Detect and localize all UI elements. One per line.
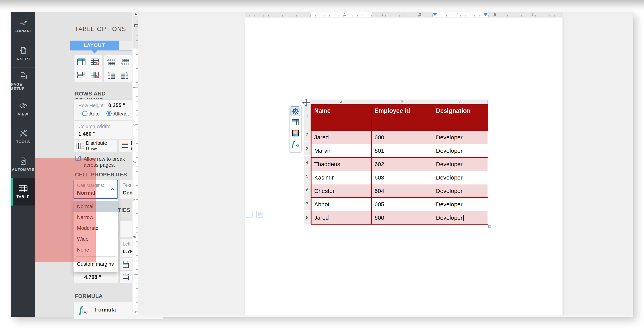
table-cell[interactable]: Thaddeus (311, 158, 372, 171)
table-cell[interactable]: Developer (433, 184, 488, 198)
row-number[interactable]: 8 (304, 211, 310, 225)
table-colors-button[interactable] (290, 128, 300, 138)
tab-layout[interactable]: LAYOUT (70, 41, 118, 50)
document-table[interactable]: Name Employee id Designation Jared 600 D… (311, 104, 488, 225)
table-width-value[interactable]: 4.708 " (84, 274, 101, 280)
sidebar-item-table[interactable]: TABLE (11, 178, 35, 206)
table-cell[interactable]: Developer (433, 171, 488, 184)
row-number[interactable]: 5 (304, 169, 310, 183)
icon-group-insert (104, 55, 132, 82)
formula-fx-icon: f(x) (79, 305, 88, 315)
table-cell[interactable]: Jared (311, 211, 372, 224)
table-settings-button[interactable] (290, 106, 300, 116)
indent-marker-right[interactable] (483, 13, 488, 16)
row-number[interactable]: 7 (304, 197, 310, 211)
table-cell[interactable]: 600 (372, 131, 433, 144)
table-cell[interactable]: Developer (433, 158, 488, 171)
sidebar-item-view[interactable]: VIEW (11, 95, 35, 123)
table-cell[interactable]: Developer (433, 211, 488, 224)
row-number[interactable]: 6 (304, 183, 310, 197)
table-cell[interactable]: Developer (433, 198, 488, 211)
fixed-width-icon: * (122, 274, 130, 281)
ruler-number: 6 (532, 12, 534, 17)
ruler-corner-box[interactable] (132, 12, 138, 17)
table-style-button[interactable] (290, 117, 300, 127)
dropdown-item-none[interactable]: None (74, 244, 118, 255)
column-width-value[interactable]: 1.460 " (78, 131, 96, 137)
sidebar-item-label: AUTOMATE (12, 167, 34, 172)
cell-margins-select[interactable]: Cell Margins: Normal (74, 180, 118, 199)
insert-table-icon[interactable] (74, 55, 88, 68)
table-cell[interactable]: 602 (372, 158, 433, 171)
dropdown-item-custom-margins[interactable]: Custom margins (74, 258, 118, 270)
row-height-value[interactable]: 0.355 " (108, 103, 126, 109)
table-cell[interactable]: 605 (372, 198, 433, 211)
table-cell[interactable]: Kasimir (311, 171, 372, 184)
table-cell[interactable]: Abbot (311, 198, 372, 211)
sidebar-item-page-setup[interactable]: PAGE SETUP (11, 67, 35, 95)
table-cell[interactable]: 603 (372, 171, 433, 184)
table-row: Kasimir 603 Developer (311, 171, 488, 184)
column-header-b[interactable]: B (371, 100, 433, 104)
insert-column-right-icon[interactable] (118, 68, 132, 82)
ruler-number: 4 (132, 199, 136, 201)
sidebar-item-label: FORMAT (14, 29, 32, 33)
insert-row-below-icon[interactable] (118, 55, 132, 68)
table-cell[interactable]: Developer (433, 131, 488, 144)
table-cell[interactable]: Chester (311, 184, 372, 198)
break-rows-label: Allow row to break across pages. (84, 156, 132, 168)
column-header-c[interactable]: C (433, 100, 488, 104)
cell-margins-dropdown: Normal Narrow Moderate Wide None Custom … (74, 199, 118, 272)
table-formula-button[interactable]: f(x) (290, 139, 300, 149)
distribute-rows-button[interactable]: Distribute Rows (74, 140, 118, 152)
table-cell[interactable]: Developer (433, 144, 488, 158)
dropdown-item-wide[interactable]: Wide (74, 233, 118, 244)
table-cell[interactable]: 604 (372, 184, 433, 198)
sidebar-item-automate[interactable]: AUTOMATE (11, 151, 35, 178)
floating-table-toolbar: f(x) (289, 105, 302, 153)
table-cell[interactable]: 600 (372, 211, 433, 224)
fx-icon: f(x) (292, 140, 299, 148)
table-header-cell[interactable]: Name (311, 104, 372, 131)
table-header-row: Name Employee id Designation (311, 104, 488, 131)
vertical-ruler[interactable]: 1 2 3 4 5 6 7 (132, 17, 138, 315)
horizontal-ruler[interactable]: 1 2 3 4 5 6 (138, 12, 633, 17)
horizontal-scrollbar[interactable] (132, 315, 633, 317)
table-resize-handle[interactable] (488, 225, 491, 228)
table-header-cell[interactable]: Designation (433, 104, 488, 131)
delete-table-icon[interactable] (88, 55, 102, 68)
indent-marker-left[interactable] (433, 13, 437, 16)
panel-title: TABLE OPTIONS (75, 26, 126, 33)
column-header-a[interactable]: A (311, 100, 372, 104)
ghost-text-icon[interactable] (256, 211, 263, 218)
ghost-insert-icon[interactable] (246, 211, 252, 218)
sidebar-item-insert[interactable]: INSERT (11, 40, 35, 68)
radio-auto[interactable] (82, 111, 88, 116)
sidebar-item-label: TABLE (16, 195, 30, 199)
table-cell[interactable]: 601 (372, 144, 433, 158)
radio-atleast[interactable] (106, 111, 112, 116)
row-number[interactable]: 3 (304, 142, 310, 156)
scrollbar-corner-segment[interactable] (615, 315, 633, 317)
table-cell[interactable]: Jared (311, 131, 372, 144)
sidebar-item-format[interactable]: FORMAT (11, 12, 35, 40)
delete-column-icon[interactable] (88, 68, 102, 82)
dropdown-item-narrow[interactable]: Narrow (74, 212, 118, 223)
top-shadow-band (0, 0, 644, 12)
ruler-ticks (136, 17, 138, 315)
sidebar-item-tools[interactable]: TOOLS (11, 123, 35, 151)
table-options-panel: TABLE OPTIONS LAYOUT DESIGN (35, 12, 132, 317)
insert-column-left-icon[interactable] (104, 68, 118, 82)
row-number[interactable]: 4 (304, 156, 310, 169)
dropdown-item-normal[interactable]: Normal (74, 201, 118, 212)
row-number[interactable]: 2 (304, 128, 310, 142)
dropdown-item-moderate[interactable]: Moderate (74, 223, 118, 233)
table-header-cell[interactable]: Employee id (372, 104, 433, 131)
ruler-number: 7 (132, 311, 136, 313)
insert-row-above-icon[interactable] (104, 55, 118, 68)
table-move-handle[interactable] (302, 98, 311, 108)
break-rows-checkbox[interactable] (76, 156, 81, 161)
first-line-indent-marker[interactable] (134, 24, 138, 27)
delete-row-icon[interactable] (74, 68, 88, 82)
table-cell[interactable]: Marvin (311, 144, 372, 158)
